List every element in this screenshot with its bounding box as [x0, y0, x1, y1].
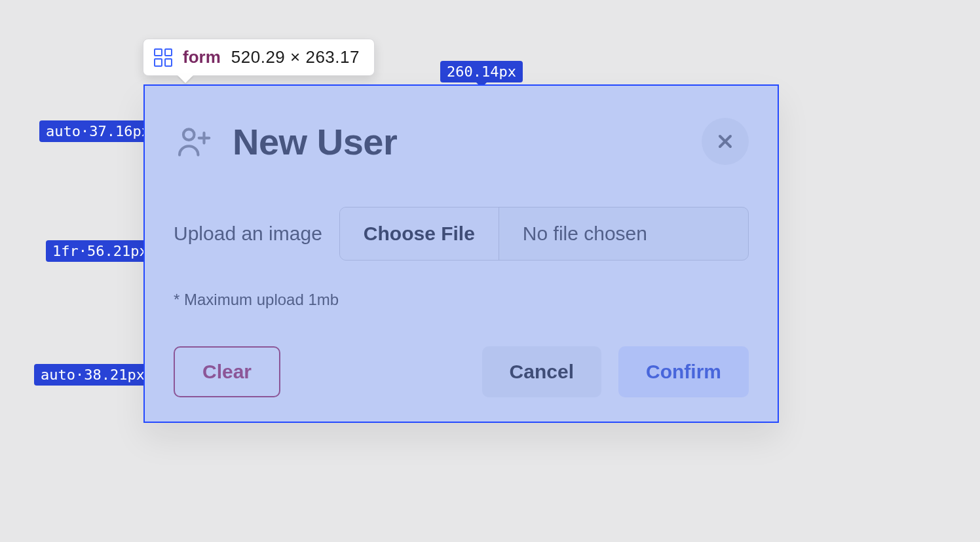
dialog-title: New User: [233, 120, 397, 163]
dialog-body: Upload an image Choose File No file chos…: [174, 171, 749, 344]
new-user-form: New User Upload an image Choose File No …: [143, 84, 779, 423]
file-status-text: No file chosen: [499, 208, 671, 260]
confirm-button[interactable]: Confirm: [618, 346, 749, 397]
upload-label: Upload an image: [174, 223, 322, 245]
grid-column-measure: 260.14px: [440, 61, 523, 82]
tooltip-dimensions: 520.29 × 263.17: [231, 47, 360, 67]
cancel-button[interactable]: Cancel: [482, 346, 601, 397]
devtools-element-tooltip: form 520.29 × 263.17: [143, 39, 375, 76]
clear-button[interactable]: Clear: [174, 346, 280, 397]
grid-row-measure-3: auto·38.21px: [34, 364, 151, 386]
tooltip-element-tag: form: [183, 47, 221, 67]
upload-row: Upload an image Choose File No file chos…: [174, 207, 749, 261]
user-plus-icon: [174, 121, 214, 162]
file-input[interactable]: Choose File No file chosen: [339, 207, 749, 261]
dialog-header: New User: [174, 112, 749, 171]
grid-row-measure-1: auto·37.16px: [39, 120, 157, 142]
dialog-footer: Clear Cancel Confirm: [174, 344, 749, 399]
close-button[interactable]: [702, 118, 749, 165]
grid-icon: [154, 48, 172, 67]
svg-point-0: [183, 129, 195, 140]
upload-hint: * Maximum upload 1mb: [174, 291, 749, 309]
grid-row-measure-2: 1fr·56.21px: [46, 240, 155, 262]
choose-file-button[interactable]: Choose File: [340, 208, 499, 260]
